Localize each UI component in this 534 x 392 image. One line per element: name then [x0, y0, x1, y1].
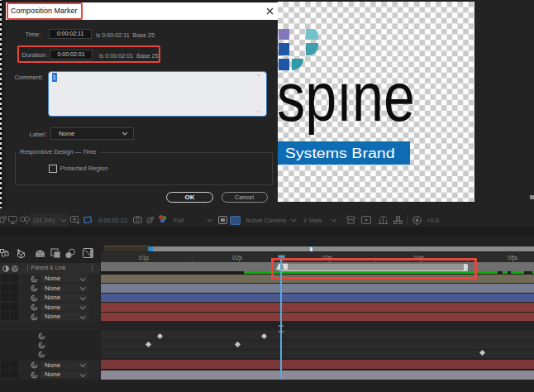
svg-text:spıne: spıne: [277, 70, 415, 136]
svg-text:Systems Brand: Systems Brand: [285, 146, 395, 160]
